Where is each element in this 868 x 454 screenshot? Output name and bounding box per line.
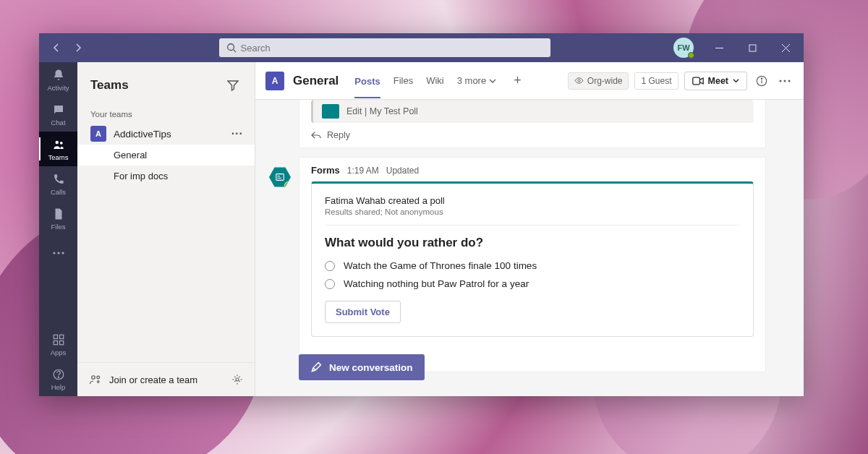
poll-card: Fatima Wahab created a poll Results shar…: [311, 181, 754, 337]
tab-more[interactable]: 3 more: [457, 75, 496, 86]
more-options-button[interactable]: [776, 77, 793, 85]
tab-wiki[interactable]: Wiki: [426, 74, 444, 87]
close-button[interactable]: [770, 33, 801, 62]
team-row[interactable]: A AddictiveTips ···: [77, 123, 255, 145]
avatar-initials: FW: [677, 43, 689, 52]
svg-point-10: [61, 252, 64, 254]
rail-files[interactable]: Files: [39, 201, 77, 236]
radio-icon: [325, 261, 335, 271]
svg-point-18: [97, 376, 100, 379]
rail-label: Activity: [47, 84, 69, 92]
new-conversation-button[interactable]: New conversation: [299, 354, 425, 380]
meet-button[interactable]: Meet: [684, 72, 747, 90]
chat-icon: [51, 103, 66, 117]
app-rail: Activity Chat Teams Calls Files: [39, 62, 77, 396]
nav-forward-button[interactable]: [68, 38, 88, 58]
poll-visibility: Results shared; Not anonymous: [325, 207, 740, 216]
nav-back-button[interactable]: [46, 38, 67, 58]
search-box[interactable]: [219, 38, 550, 57]
new-conversation-label: New conversation: [329, 362, 413, 373]
search-input[interactable]: [241, 43, 543, 53]
phone-icon: [51, 172, 66, 187]
poll-option-label: Watching nothing but Paw Patrol for a ye…: [344, 278, 529, 289]
svg-rect-11: [54, 335, 57, 338]
rail-activity[interactable]: Activity: [39, 62, 77, 97]
rail-label: Chat: [51, 119, 65, 127]
svg-point-0: [227, 44, 234, 51]
rail-help[interactable]: Help: [39, 361, 77, 396]
eye-icon: [574, 76, 584, 85]
svg-rect-14: [59, 340, 63, 344]
team-more-button[interactable]: ···: [229, 127, 246, 140]
message-sender: Forms: [311, 165, 340, 176]
team-name: AddictiveTips: [114, 129, 221, 140]
svg-rect-13: [54, 340, 57, 344]
poll-option-0[interactable]: Watch the Game of Thrones finale 100 tim…: [325, 260, 740, 271]
channel-imp-docs[interactable]: For imp docs: [77, 166, 255, 187]
tab-files[interactable]: Files: [393, 74, 413, 87]
join-create-team-button[interactable]: Join or create a team: [89, 373, 197, 386]
forms-app-avatar: [269, 166, 291, 188]
poll-option-1[interactable]: Watching nothing but Paw Patrol for a ye…: [325, 278, 740, 289]
message-status: Updated: [386, 166, 419, 176]
add-tab-button[interactable]: +: [509, 73, 526, 88]
rail-teams[interactable]: Teams: [39, 132, 77, 166]
svg-point-24: [761, 78, 762, 79]
divider: [325, 225, 740, 226]
guest-badge: 1 Guest: [634, 72, 678, 90]
settings-button[interactable]: [231, 374, 243, 385]
reply-button[interactable]: Reply: [299, 123, 765, 147]
forms-hex-icon: [269, 166, 291, 188]
reply-label: Reply: [327, 130, 350, 140]
ellipsis-icon: [779, 80, 791, 82]
user-avatar[interactable]: FW: [673, 38, 694, 58]
titlebar: FW: [39, 33, 804, 62]
tab-posts[interactable]: Posts: [354, 74, 380, 98]
apps-icon: [51, 333, 66, 347]
rail-label: Calls: [51, 188, 66, 196]
previous-poll-card[interactable]: Edit | My Test Poll: [311, 100, 754, 123]
poll-thread: Forms 1:19 AM Updated Fatima Wahab creat…: [299, 157, 766, 372]
svg-point-25: [780, 80, 782, 82]
org-wide-label: Org-wide: [587, 76, 623, 86]
filter-icon: [227, 80, 239, 91]
your-teams-label: Your teams: [77, 104, 255, 123]
submit-vote-button[interactable]: Submit Vote: [325, 301, 401, 323]
svg-point-20: [578, 80, 580, 82]
minimize-button[interactable]: [704, 33, 734, 62]
help-icon: [51, 367, 66, 382]
maximize-button[interactable]: [737, 33, 767, 62]
forms-badge-icon: [322, 104, 339, 119]
svg-rect-28: [276, 174, 284, 181]
svg-point-8: [53, 252, 55, 254]
svg-point-16: [58, 377, 59, 377]
channel-avatar: A: [265, 72, 284, 90]
filter-button[interactable]: [223, 75, 243, 95]
meet-label: Meet: [708, 76, 728, 86]
svg-point-27: [788, 80, 791, 82]
teams-icon: [51, 137, 66, 152]
svg-line-1: [233, 50, 236, 53]
bell-icon: [51, 68, 66, 82]
svg-rect-30: [278, 178, 281, 179]
svg-point-19: [236, 378, 239, 381]
ellipsis-icon: [51, 246, 66, 260]
previous-thread: Edit | My Test Poll Reply: [299, 100, 766, 148]
rail-label: Apps: [51, 348, 67, 356]
rail-chat[interactable]: Chat: [39, 97, 77, 132]
chevron-down-icon: [733, 77, 739, 84]
info-icon: [756, 75, 767, 87]
main-content: A General Posts Files Wiki 3 more + Org-…: [255, 62, 804, 396]
rail-more[interactable]: [39, 236, 77, 270]
poll-option-label: Watch the Game of Thrones finale 100 tim…: [344, 260, 537, 271]
info-button[interactable]: [753, 72, 770, 90]
teams-sidebar: Teams Your teams A AddictiveTips ··· Gen…: [77, 62, 255, 396]
rail-calls[interactable]: Calls: [39, 166, 77, 201]
rail-apps[interactable]: Apps: [39, 327, 77, 361]
channel-general[interactable]: General: [77, 145, 255, 166]
radio-icon: [325, 279, 335, 289]
video-icon: [692, 77, 704, 85]
chevron-down-icon: [489, 77, 496, 85]
svg-point-17: [92, 376, 95, 380]
search-icon: [226, 43, 237, 53]
